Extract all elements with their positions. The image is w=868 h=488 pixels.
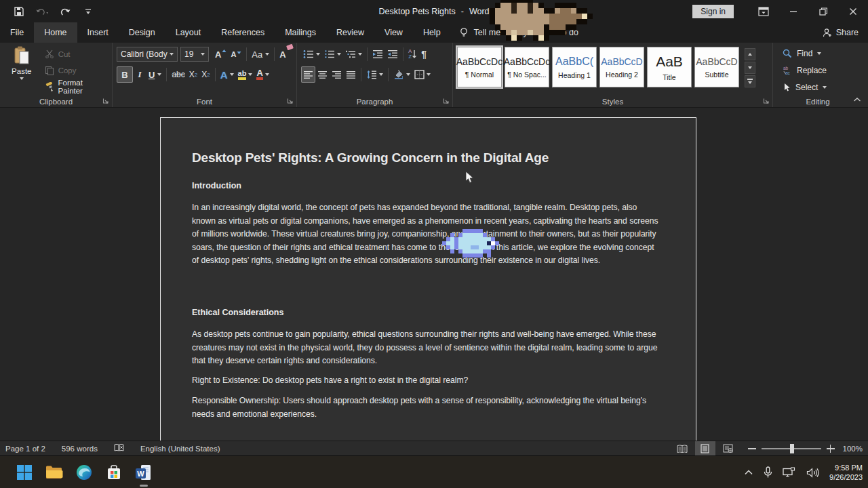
increase-indent-button[interactable] [385, 46, 400, 62]
minimize-button[interactable] [778, 0, 808, 22]
styles-scroll-up-button[interactable] [745, 48, 755, 60]
customize-quick-access-button[interactable] [81, 5, 95, 18]
style-no-spacing[interactable]: AaBbCcDc ¶ No Spac... [505, 47, 549, 87]
tab-design[interactable]: Design [119, 22, 165, 43]
paste-button[interactable]: Paste [4, 45, 39, 95]
multilevel-list-icon [345, 49, 356, 59]
change-case-button[interactable]: Aa [250, 46, 271, 62]
tab-references[interactable]: References [211, 22, 275, 43]
copy-button[interactable]: Copy [45, 63, 109, 77]
paragraph-dialog-launcher[interactable] [442, 97, 450, 105]
style-subtitle[interactable]: AaBbCcD Subtitle [694, 47, 739, 87]
replace-button[interactable]: ab ac Replace [783, 62, 860, 78]
print-layout-button[interactable] [695, 441, 715, 456]
style-title[interactable]: AaB Title [647, 47, 692, 87]
clear-formatting-button[interactable]: A [277, 46, 288, 62]
network-icon[interactable] [783, 467, 796, 478]
file-explorer-button[interactable] [39, 456, 69, 488]
taskbar-clock[interactable]: 9:58 PM 9/26/2023 [829, 463, 863, 482]
zoom-in-button[interactable] [827, 445, 835, 453]
tray-chevron-up-icon[interactable] [744, 469, 753, 476]
zoom-slider-thumb[interactable] [790, 444, 794, 453]
justify-button[interactable] [344, 66, 358, 83]
collapse-ribbon-button[interactable] [853, 93, 861, 105]
decrease-indent-button[interactable] [370, 46, 385, 62]
bullets-button[interactable] [301, 46, 322, 62]
ribbon-display-options-button[interactable] [749, 0, 778, 22]
zoom-level[interactable]: 100% [843, 445, 863, 453]
line-spacing-button[interactable] [364, 66, 385, 83]
tab-home[interactable]: Home [34, 22, 77, 43]
read-mode-button[interactable] [672, 441, 692, 456]
style-normal[interactable]: AaBbCcDc ¶ Normal [457, 47, 502, 87]
word-count[interactable]: 596 words [62, 445, 98, 453]
font-size-combo[interactable]: 19 [180, 47, 209, 62]
web-layout-button[interactable] [718, 441, 738, 456]
desktop-pet-hedgehog-sprite[interactable] [490, 0, 593, 41]
close-button[interactable] [838, 0, 868, 22]
highlight-color-button[interactable]: ab [236, 66, 255, 83]
desktop-pet-fish-sprite[interactable] [442, 229, 503, 258]
sign-in-button[interactable]: Sign in [692, 5, 734, 18]
shrink-font-button[interactable]: A [229, 46, 243, 62]
borders-button[interactable] [412, 66, 433, 83]
align-left-button[interactable] [301, 66, 315, 83]
microsoft-store-button[interactable] [99, 456, 129, 488]
align-center-button[interactable] [315, 66, 330, 83]
edge-button[interactable] [69, 456, 99, 488]
underline-button[interactable]: U [146, 66, 163, 83]
start-button[interactable] [9, 456, 39, 488]
restore-button[interactable] [808, 0, 838, 22]
zoom-out-button[interactable] [748, 448, 756, 449]
tab-review[interactable]: Review [326, 22, 374, 43]
language-status[interactable]: English (United States) [140, 445, 220, 453]
sort-button[interactable]: A Z [406, 46, 419, 62]
text-effects-button[interactable]: A [218, 66, 236, 83]
redo-button[interactable] [58, 5, 72, 18]
italic-button[interactable]: I [133, 66, 146, 83]
font-color-button[interactable]: A [254, 66, 271, 83]
font-group-label: Font [113, 98, 296, 106]
superscript-button[interactable]: X2 [199, 66, 212, 83]
tab-help[interactable]: Help [413, 22, 451, 43]
format-painter-button[interactable]: Format Painter [45, 79, 109, 94]
zoom-slider[interactable] [762, 448, 821, 449]
tab-view[interactable]: View [374, 22, 413, 43]
select-button[interactable]: Select [783, 79, 860, 95]
proofing-status[interactable] [114, 443, 124, 454]
multilevel-list-button[interactable] [343, 46, 364, 62]
speaker-icon[interactable] [806, 468, 819, 478]
tab-mailings[interactable]: Mailings [275, 22, 326, 43]
font-name-combo[interactable]: Calibri (Body [117, 47, 178, 62]
page-indicator[interactable]: Page 1 of 2 [5, 445, 45, 453]
save-button[interactable] [12, 5, 26, 18]
undo-button[interactable] [35, 5, 49, 18]
clipboard-dialog-launcher[interactable] [102, 97, 110, 105]
document-page[interactable]: Desktop Pets' Rights: A Growing Concern … [160, 117, 696, 441]
title-bar: Desktop Pets Rights - Word Sign in [0, 0, 868, 22]
share-button[interactable]: Share [823, 22, 859, 43]
numbering-button[interactable] [322, 46, 343, 62]
shrink-font-arrow-icon [237, 49, 241, 54]
tab-layout[interactable]: Layout [165, 22, 212, 43]
style-heading-1[interactable]: AaBbC( Heading 1 [552, 47, 597, 87]
bold-button[interactable]: B [117, 66, 133, 83]
font-dialog-launcher[interactable] [286, 97, 294, 105]
subscript-x: X [189, 70, 195, 79]
align-right-button[interactable] [330, 66, 344, 83]
microphone-icon[interactable] [764, 466, 772, 479]
cut-button[interactable]: Cut [45, 47, 109, 61]
grow-font-button[interactable]: A [213, 46, 229, 62]
shading-button[interactable] [391, 66, 412, 83]
show-formatting-button[interactable]: ¶ [419, 46, 429, 62]
tab-insert[interactable]: Insert [77, 22, 119, 43]
style-heading-2[interactable]: AaBbCcD Heading 2 [599, 47, 644, 87]
tab-file[interactable]: File [0, 22, 34, 43]
styles-dialog-launcher[interactable] [762, 97, 770, 105]
word-taskbar-button[interactable]: W [129, 456, 159, 488]
subscript-button[interactable]: X2 [187, 66, 199, 83]
styles-scroll-down-button[interactable] [745, 62, 755, 74]
find-button[interactable]: Find [783, 45, 860, 61]
strikethrough-button[interactable]: abc [170, 66, 186, 83]
styles-more-button[interactable] [745, 75, 755, 87]
